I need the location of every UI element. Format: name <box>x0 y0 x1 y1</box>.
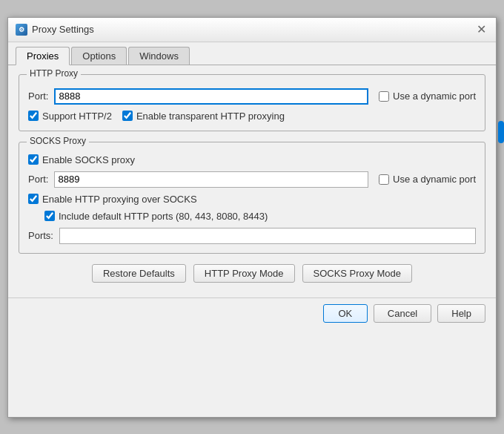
enable-socks-row: Enable SOCKS proxy <box>28 154 476 165</box>
socks-proxy-title: SOCKS Proxy <box>27 136 89 146</box>
footer-buttons: OK Cancel Help <box>8 297 496 332</box>
tab-options[interactable]: Options <box>71 47 127 65</box>
socks-ports-label: Ports: <box>28 230 53 241</box>
http-dynamic-port-checkbox[interactable] <box>379 91 389 102</box>
socks-dynamic-port-checkbox[interactable] <box>379 174 389 185</box>
tab-bar: Proxies Options Windows <box>8 42 496 65</box>
enable-transparent-checkbox[interactable] <box>122 111 133 121</box>
tab-proxies[interactable]: Proxies <box>16 47 70 65</box>
socks-port-label: Port: <box>28 174 48 185</box>
socks-ports-input[interactable] <box>59 228 476 244</box>
scrollbar[interactable] <box>498 121 504 143</box>
http-port-row: Port: Use a dynamic port <box>28 88 476 105</box>
socks-proxy-mode-button[interactable]: SOCKS Proxy Mode <box>302 264 413 283</box>
proxy-settings-dialog: ⚙ Proxy Settings ✕ Proxies Options Windo… <box>7 17 497 418</box>
cancel-button[interactable]: Cancel <box>374 304 431 323</box>
http-port-label: Port: <box>28 91 48 102</box>
support-http2-label[interactable]: Support HTTP/2 <box>28 111 112 122</box>
content-area: HTTP Proxy Port: Use a dynamic port Supp… <box>8 65 496 297</box>
http-proxy-title: HTTP Proxy <box>27 68 81 79</box>
include-default-ports-label[interactable]: Include default HTTP ports (80, 443, 808… <box>44 211 268 222</box>
http-proxy-group: HTTP Proxy Port: Use a dynamic port Supp… <box>19 74 485 131</box>
enable-http-over-socks-checkbox[interactable] <box>28 194 39 204</box>
include-default-ports-checkbox[interactable] <box>44 211 55 221</box>
window-title: Proxy Settings <box>32 24 94 35</box>
enable-socks-checkbox[interactable] <box>28 154 39 165</box>
http-dynamic-port-label[interactable]: Use a dynamic port <box>379 91 476 102</box>
http-proxy-mode-button[interactable]: HTTP Proxy Mode <box>193 264 295 283</box>
include-default-ports-row: Include default HTTP ports (80, 443, 808… <box>44 211 476 222</box>
http-port-input[interactable] <box>54 88 368 105</box>
enable-socks-label[interactable]: Enable SOCKS proxy <box>28 154 135 165</box>
ok-button[interactable]: OK <box>323 304 368 323</box>
close-button[interactable]: ✕ <box>474 22 488 37</box>
action-buttons-row: Restore Defaults HTTP Proxy Mode SOCKS P… <box>19 264 485 283</box>
tab-windows[interactable]: Windows <box>128 47 190 65</box>
socks-port-row: Port: Use a dynamic port <box>28 171 476 188</box>
socks-ports-row: Ports: <box>28 228 476 244</box>
support-http2-checkbox[interactable] <box>28 111 39 121</box>
restore-defaults-button[interactable]: Restore Defaults <box>92 264 186 283</box>
http-checkboxes-row: Support HTTP/2 Enable transparent HTTP p… <box>28 111 476 122</box>
enable-transparent-label[interactable]: Enable transparent HTTP proxying <box>122 111 285 122</box>
enable-http-over-socks-label[interactable]: Enable HTTP proxying over SOCKS <box>28 194 197 205</box>
enable-http-over-socks-row: Enable HTTP proxying over SOCKS <box>28 194 476 205</box>
help-button[interactable]: Help <box>437 304 485 323</box>
socks-port-input[interactable] <box>54 171 368 188</box>
title-bar: ⚙ Proxy Settings ✕ <box>8 18 496 42</box>
app-icon: ⚙ <box>16 24 27 36</box>
socks-dynamic-port-label[interactable]: Use a dynamic port <box>379 174 476 185</box>
socks-proxy-group: SOCKS Proxy Enable SOCKS proxy Port: Use… <box>19 142 485 254</box>
